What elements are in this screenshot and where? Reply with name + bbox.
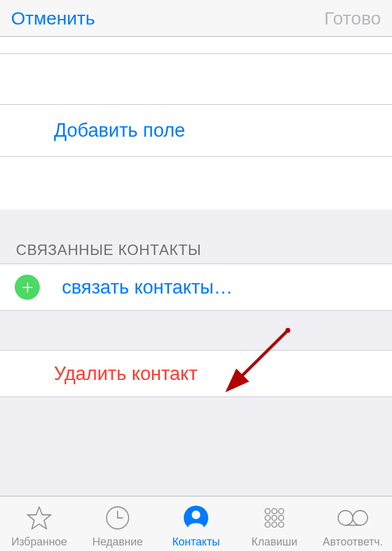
section-header-linked: СВЯЗАННЫЕ КОНТАКТЫ bbox=[0, 218, 392, 264]
voicemail-icon bbox=[336, 501, 370, 535]
section-gap bbox=[0, 311, 392, 350]
star-icon bbox=[26, 501, 53, 535]
svg-point-16 bbox=[265, 522, 270, 527]
clock-icon bbox=[104, 501, 131, 535]
tab-label: Избранное bbox=[11, 535, 67, 549]
svg-point-13 bbox=[265, 515, 270, 520]
tab-label: Автоответч. bbox=[323, 535, 383, 549]
add-field-row[interactable]: Добавить поле bbox=[0, 104, 392, 157]
tab-contacts[interactable]: Контакты bbox=[157, 496, 235, 551]
cancel-button[interactable]: Отменить bbox=[11, 8, 95, 29]
tab-bar: Избранное Недавние Контакты bbox=[0, 496, 392, 551]
tab-keypad[interactable]: Клавиши bbox=[235, 496, 314, 551]
svg-point-10 bbox=[265, 509, 270, 514]
tab-voicemail[interactable]: Автоответч. bbox=[314, 496, 392, 551]
done-button[interactable]: Готово bbox=[324, 8, 381, 29]
plus-icon bbox=[15, 275, 40, 300]
spacer bbox=[0, 54, 392, 104]
svg-point-18 bbox=[279, 522, 284, 527]
navbar: Отменить Готово bbox=[0, 0, 392, 37]
delete-contact-row[interactable]: Удалить контакт bbox=[0, 350, 392, 397]
delete-contact-label: Удалить контакт bbox=[54, 363, 197, 385]
svg-point-15 bbox=[279, 515, 284, 520]
section-gap bbox=[0, 210, 392, 218]
tab-recents[interactable]: Недавние bbox=[78, 496, 157, 551]
tab-label: Контакты bbox=[172, 535, 220, 549]
svg-point-9 bbox=[192, 511, 200, 519]
svg-point-11 bbox=[272, 509, 277, 514]
svg-point-14 bbox=[272, 515, 277, 520]
keypad-icon bbox=[261, 501, 288, 535]
empty-row bbox=[0, 37, 392, 54]
tab-label: Клавиши bbox=[251, 535, 297, 549]
svg-point-19 bbox=[338, 511, 353, 525]
contact-icon bbox=[183, 501, 209, 535]
tab-favorites[interactable]: Избранное bbox=[0, 496, 78, 551]
link-contacts-label: связать контакты… bbox=[62, 276, 233, 298]
svg-point-12 bbox=[279, 509, 284, 514]
link-contacts-row[interactable]: связать контакты… bbox=[0, 264, 392, 311]
svg-point-20 bbox=[353, 511, 368, 525]
svg-point-17 bbox=[272, 522, 277, 527]
tab-label: Недавние bbox=[92, 535, 143, 549]
add-field-label: Добавить поле bbox=[54, 120, 185, 142]
spacer bbox=[0, 157, 392, 210]
